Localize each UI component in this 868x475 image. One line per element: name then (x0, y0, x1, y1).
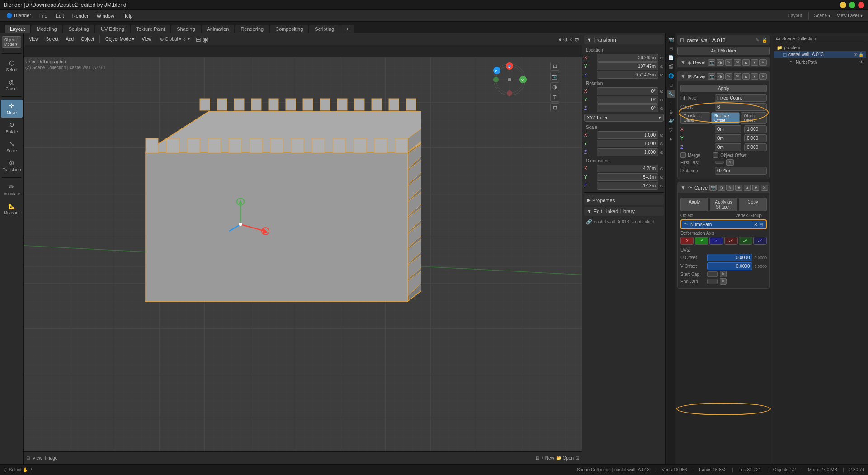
select-menu[interactable]: Select (43, 36, 61, 43)
loc-x-anim[interactable]: ⊙ (660, 56, 664, 60)
dim-z-anim[interactable]: ⊙ (660, 184, 664, 188)
array-close[interactable]: ✕ (760, 73, 767, 80)
scale-z-value[interactable]: 1.000 (597, 148, 658, 156)
solid-mode[interactable]: ● (559, 37, 562, 42)
tab-animation[interactable]: Animation (202, 25, 235, 33)
props-icon-particles[interactable]: ⁘ (667, 99, 675, 107)
curve-edit-icon[interactable]: ✎ (726, 185, 734, 191)
viewport-view-btn[interactable]: View (139, 36, 154, 43)
curve-up-arrow[interactable]: ▲ (744, 185, 751, 191)
tool-transform[interactable]: ⊕ Transform (1, 157, 23, 175)
axis-x-button[interactable]: X (680, 237, 694, 245)
view-layer-selector[interactable]: View Layer ▾ (834, 13, 865, 18)
scale-z-anim[interactable]: ⊙ (660, 150, 664, 155)
props-icon-material[interactable]: ● (667, 135, 675, 143)
nurbs-path-input[interactable]: 〜 NurbsPath ✕ ⊟ (680, 219, 767, 229)
end-cap-edit[interactable]: ✎ (720, 278, 727, 285)
proportional-btn[interactable]: ◉ (203, 36, 208, 43)
u-offset-value[interactable]: 0.0000 (707, 254, 752, 261)
sc-item-problem[interactable]: 📁 problem (774, 44, 866, 51)
curve-vis-icon[interactable]: 👁 (735, 185, 742, 191)
navigation-gizmo[interactable]: X Y Z (491, 62, 528, 98)
props-icon-data[interactable]: ▽ (667, 126, 675, 134)
array-down-arrow[interactable]: ▼ (751, 73, 758, 80)
loc-y-value[interactable]: 107.47m (597, 62, 658, 70)
menu-edit[interactable]: Edit (52, 12, 68, 19)
object-offset-tab[interactable]: Object Offset (741, 112, 767, 124)
curve-modifier-header[interactable]: ▼ 〜 Curve 📷 ◑ ✎ 👁 ▲ ▼ ✕ (678, 182, 769, 193)
nurbs-browse-icon[interactable]: ⊟ (760, 222, 763, 227)
v-offset-value[interactable]: 0.0000 (707, 262, 752, 270)
overlay-icon-tissue[interactable]: T (550, 93, 559, 102)
menu-render[interactable]: Render (69, 12, 92, 19)
relative-offset-tab[interactable]: Relative Offset (711, 112, 740, 124)
array-count-value[interactable]: 6 (715, 103, 767, 111)
bevel-close[interactable]: ✕ (760, 59, 767, 66)
array-vis-icon[interactable]: 👁 (734, 73, 741, 80)
axis-neg-x-button[interactable]: -X (724, 237, 738, 245)
castel-eye-icon[interactable]: 👁 (854, 52, 858, 57)
axis-y-button[interactable]: Y (695, 237, 708, 245)
object-lock[interactable]: 🔓 (762, 38, 767, 43)
mode-selector[interactable]: Object Mode ▾ (2, 36, 21, 48)
close-button[interactable] (858, 2, 864, 8)
dim-z-value[interactable]: 12.9m (597, 182, 658, 190)
array-obj-offset-checkbox[interactable] (713, 152, 718, 158)
rot-y-value[interactable]: 0° (597, 96, 658, 104)
scene-selector[interactable]: Scene ▾ (811, 13, 833, 18)
new-btn[interactable]: + New (541, 456, 554, 461)
tool-annotate[interactable]: ✏ Annotate (1, 180, 23, 199)
overlay-icon-grid[interactable]: ⊞ (550, 62, 559, 71)
nurbs-eye-icon[interactable]: 👁 (859, 60, 863, 64)
viewport-canvas[interactable]: User Orthographic (2) Scene Collection |… (24, 57, 582, 464)
minimize-button[interactable] (840, 2, 846, 8)
tab-uv-editing[interactable]: UV Editing (95, 25, 130, 33)
snap-btn[interactable]: ⊟ (196, 36, 201, 43)
rot-x-anim[interactable]: ⊙ (660, 89, 664, 94)
view-menu[interactable]: View (26, 36, 42, 43)
array-x-factor[interactable]: 1.000 (744, 125, 767, 133)
distance-value[interactable]: 0.01m (715, 167, 767, 175)
props-icon-output[interactable]: ⊟ (667, 44, 675, 52)
viewport-bottom-image[interactable]: Image (45, 456, 58, 461)
dim-x-value[interactable]: 4.28m (597, 165, 658, 172)
tab-shading[interactable]: Shading (171, 25, 200, 33)
props-icon-physics[interactable]: ⊛ (667, 108, 675, 116)
overlay-icon-xray[interactable]: ⊡ (550, 103, 559, 112)
array-y-offset[interactable]: 0m (715, 134, 741, 142)
curve-close[interactable]: ✕ (761, 185, 768, 191)
first-last-edit[interactable]: ✎ (726, 159, 734, 166)
tool-cursor[interactable]: ◎ Cursor (1, 76, 23, 94)
properties-header[interactable]: ▶ Properties (584, 195, 664, 205)
sc-item-castel-wall[interactable]: ◻ castel wall_A.013 👁 🔒 (774, 51, 866, 58)
scale-y-anim[interactable]: ⊙ (660, 142, 664, 146)
bevel-up-arrow[interactable]: ▲ (742, 59, 750, 66)
tool-select[interactable]: ⬡ Select (1, 57, 23, 75)
bevel-render-icon[interactable]: ◑ (717, 59, 724, 66)
loc-z-anim[interactable]: ⊙ (660, 73, 664, 77)
maximize-button[interactable] (849, 2, 855, 8)
array-y-factor[interactable]: 0.000 (744, 134, 767, 142)
curve-down-arrow[interactable]: ▼ (752, 185, 760, 191)
axis-neg-y-button[interactable]: -Y (739, 237, 752, 245)
extras-btn[interactable]: ⊡ (576, 456, 579, 461)
array-apply-button[interactable]: Apply (680, 85, 767, 92)
transform-section-header[interactable]: ▼ Transform (584, 35, 664, 44)
open-btn[interactable]: 📂 Open (556, 456, 574, 461)
props-icon-world[interactable]: 🌐 (667, 71, 675, 80)
tab-layout[interactable]: Layout (5, 25, 30, 33)
tool-measure[interactable]: 📐 Measure (1, 200, 23, 218)
curve-apply-shape-button[interactable]: Apply as Shape . (710, 198, 738, 211)
first-last-value[interactable] (715, 161, 724, 164)
rotation-mode-dropdown[interactable]: XYZ Euler ▾ (584, 114, 664, 122)
nurbs-clear-button[interactable]: ✕ (754, 222, 758, 228)
curve-copy-button[interactable]: Copy (739, 198, 767, 211)
object-menu[interactable]: Object (78, 36, 97, 43)
axis-z-button[interactable]: Z (709, 237, 723, 245)
add-menu[interactable]: Add (63, 36, 76, 43)
bevel-edit-icon[interactable]: ✎ (725, 59, 732, 66)
array-modifier-header[interactable]: ▼ ⊞ Array 📷 ◑ ✎ 👁 ▲ ▼ ✕ (678, 71, 769, 82)
curve-camera-icon[interactable]: 📷 (709, 185, 717, 191)
tab-scripting[interactable]: Scripting (309, 25, 340, 33)
props-icon-modifier[interactable]: 🔧 (667, 90, 675, 98)
